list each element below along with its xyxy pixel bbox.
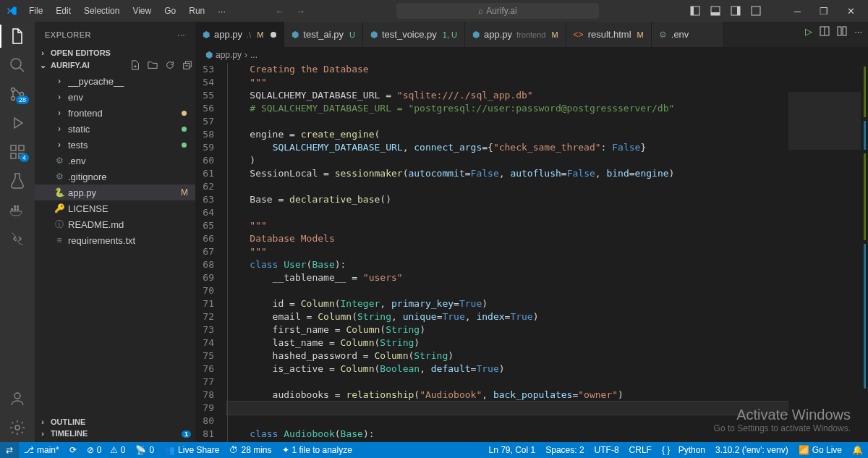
code-line-75[interactable]: hashed_password = Column(String) [227, 349, 788, 362]
code-line-68[interactable]: class User(Base): [227, 258, 788, 271]
tree-item-tests[interactable]: ›tests [35, 137, 195, 153]
layout-toggle-secondary-icon[interactable] [731, 6, 741, 16]
menu-overflow[interactable]: ··· [212, 3, 231, 20]
code-line-57[interactable] [227, 115, 788, 128]
status-analyze[interactable]: ✦1 file to analyze [277, 442, 357, 458]
code-line-71[interactable]: id = Column(Integer, primary_key=True) [227, 297, 788, 310]
status-sync[interactable]: ⟳ [64, 442, 82, 458]
menu-run[interactable]: Run [183, 3, 210, 20]
code-content[interactable]: Creating the Database """ SQLALCHEMY_DAT… [227, 63, 788, 442]
run-icon[interactable]: ▷ [805, 26, 812, 37]
activity-explorer-icon[interactable] [9, 27, 26, 45]
activity-docker-icon[interactable] [9, 201, 26, 219]
layout-customize-icon[interactable] [751, 6, 761, 16]
tab-test_ai-py-1[interactable]: ⬢test_ai.pyU [284, 22, 363, 47]
tree-item-readme-md[interactable]: ⓘREADME.md [35, 216, 195, 232]
activity-settings-icon[interactable] [9, 419, 26, 436]
layout-toggle-panel-icon[interactable] [710, 6, 720, 16]
command-center[interactable]: ⌕ Aurify.ai [396, 3, 599, 19]
window-minimize-icon[interactable]: ─ [790, 6, 805, 17]
tab--env-5[interactable]: ⚙.env [652, 22, 724, 47]
menu-file[interactable]: File [23, 3, 48, 20]
tab-app-py-0[interactable]: ⬢app.py.\M [195, 22, 284, 47]
code-line-78[interactable]: audiobooks = relationship("Audiobook", b… [227, 389, 788, 402]
section-workspace[interactable]: ⌄ AURIFY.AI [35, 59, 195, 72]
minimap-slider[interactable] [788, 92, 861, 150]
code-line-54[interactable]: """ [227, 76, 788, 89]
code-editor[interactable]: 5354555657585960616263646566676869707172… [195, 63, 868, 442]
code-line-72[interactable]: email = Column(String, unique=True, inde… [227, 310, 788, 323]
menu-edit[interactable]: Edit [50, 3, 77, 20]
activity-extensions-icon[interactable]: 4 [9, 143, 26, 161]
refresh-icon[interactable] [165, 60, 175, 70]
status-golive[interactable]: 📶Go Live [793, 442, 847, 458]
sidebar-more-icon[interactable]: ··· [177, 30, 185, 39]
status-spaces[interactable]: Spaces: 2 [540, 442, 589, 458]
tab-result-html-4[interactable]: <>result.htmlM [566, 22, 652, 47]
code-line-82[interactable]: __tablename__ = "audiobooks" [227, 441, 788, 442]
collapse-all-icon[interactable] [182, 60, 192, 70]
section-outline[interactable]: ›OUTLINE [35, 416, 195, 428]
layout-toggle-primary-icon[interactable] [690, 6, 700, 16]
menu-view[interactable]: View [127, 3, 157, 20]
split-icon[interactable] [820, 26, 830, 37]
tree-item-frontend[interactable]: ›frontend [35, 105, 195, 121]
code-line-67[interactable]: """ [227, 245, 788, 258]
tree-item-license[interactable]: 🔑LICENSE [35, 200, 195, 216]
code-line-79[interactable] [227, 402, 788, 415]
activity-account-icon[interactable] [9, 390, 26, 407]
code-line-59[interactable]: SQLALCHEMY_DATABASE_URL, connect_args={"… [227, 141, 788, 154]
nav-forward-icon[interactable]: → [296, 6, 305, 17]
tab-app-py-3[interactable]: ⬢app.pyfrontendM [465, 22, 566, 47]
code-line-80[interactable] [227, 415, 788, 428]
code-line-66[interactable]: Database Models [227, 232, 788, 245]
status-branch[interactable]: ⎇main* [19, 442, 64, 458]
code-line-58[interactable]: engine = create_engine( [227, 128, 788, 141]
status-problems[interactable]: ⊘0 ⚠0 [82, 442, 131, 458]
status-position[interactable]: Ln 79, Col 1 [484, 442, 541, 458]
section-open-editors[interactable]: ›OPEN EDITORS [35, 47, 195, 59]
code-line-77[interactable] [227, 376, 788, 389]
menu-go[interactable]: Go [158, 3, 182, 20]
code-line-76[interactable]: is_active = Column(Boolean, default=True… [227, 362, 788, 376]
code-line-56[interactable]: # SQLALCHEMY_DATABASE_URL = "postgresql:… [227, 102, 788, 115]
breadcrumb[interactable]: ⬢ app.py › ... [195, 47, 868, 63]
status-interpreter[interactable]: 3.10.2 ('env': venv) [710, 442, 793, 458]
status-ports[interactable]: 📡0 [130, 442, 159, 458]
activity-debug-icon[interactable] [9, 114, 26, 132]
status-remote[interactable]: ⇄ [0, 442, 19, 458]
activity-remote-icon[interactable] [9, 230, 26, 247]
code-line-63[interactable]: Base = declarative_base() [227, 193, 788, 206]
code-line-74[interactable]: last_name = Column(String) [227, 336, 788, 349]
tree-item--env[interactable]: ⚙.env [35, 153, 195, 169]
more-actions-icon[interactable]: ··· [854, 26, 862, 37]
code-line-81[interactable]: class Audiobook(Base): [227, 428, 788, 441]
tree-item-env[interactable]: ›env [35, 89, 195, 105]
tree-item-static[interactable]: ›static [35, 121, 195, 137]
activity-testing-icon[interactable] [9, 172, 26, 190]
activity-scm-icon[interactable]: 28 [9, 85, 26, 103]
minimap[interactable] [788, 63, 868, 442]
status-liveshare[interactable]: 👥Live Share [159, 442, 224, 458]
status-encoding[interactable]: UTF-8 [590, 442, 624, 458]
new-folder-icon[interactable] [148, 60, 158, 70]
status-notifications[interactable]: 🔔 [847, 442, 868, 458]
status-eol[interactable]: CRLF [624, 442, 657, 458]
code-line-73[interactable]: first_name = Column(String) [227, 323, 788, 336]
menu-selection[interactable]: Selection [78, 3, 125, 20]
tree-item-app-py[interactable]: 🐍app.pyM [35, 185, 195, 200]
new-file-icon[interactable] [130, 60, 140, 70]
diff-icon[interactable] [837, 26, 847, 37]
code-line-61[interactable]: SessionLocal = sessionmaker(autocommit=F… [227, 167, 788, 180]
status-time[interactable]: ⏱28 mins [224, 442, 276, 458]
code-line-60[interactable]: ) [227, 154, 788, 167]
window-maximize-icon[interactable]: ❐ [815, 6, 833, 17]
code-line-65[interactable]: """ [227, 219, 788, 232]
code-line-55[interactable]: SQLALCHEMY_DATABASE_URL = "sqlite:///./s… [227, 89, 788, 102]
code-line-62[interactable] [227, 180, 788, 193]
tab-test_voice-py-2[interactable]: ⬢test_voice.py1, U [363, 22, 465, 47]
tree-item--gitignore[interactable]: ⚙.gitignore [35, 169, 195, 185]
code-line-69[interactable]: __tablename__ = "users" [227, 271, 788, 284]
status-language[interactable]: { } Python [657, 442, 710, 458]
code-line-64[interactable] [227, 206, 788, 219]
